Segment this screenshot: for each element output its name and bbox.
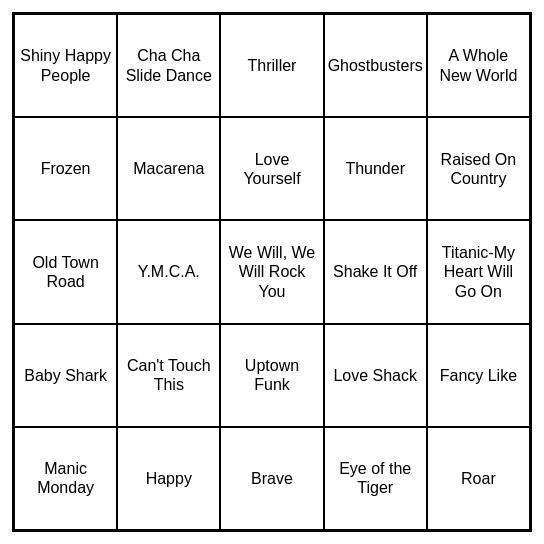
bingo-cell: Macarena (117, 117, 220, 220)
bingo-cell: Manic Monday (14, 427, 117, 530)
cell-text: Y.M.C.A. (138, 262, 200, 281)
cell-text: Love Shack (333, 366, 417, 385)
bingo-cell: Raised On Country (427, 117, 530, 220)
cell-text: Shiny Happy People (19, 46, 112, 84)
cell-text: Fancy Like (440, 366, 517, 385)
bingo-cell: Shiny Happy People (14, 14, 117, 117)
bingo-cell: We Will, We Will Rock You (220, 220, 323, 323)
bingo-cell: Brave (220, 427, 323, 530)
bingo-cell: Y.M.C.A. (117, 220, 220, 323)
cell-text: Love Yourself (225, 150, 318, 188)
cell-text: Ghostbusters (328, 56, 423, 75)
bingo-cell: Old Town Road (14, 220, 117, 323)
bingo-board: Shiny Happy PeopleCha Cha Slide DanceThr… (12, 12, 532, 532)
cell-text: Old Town Road (19, 253, 112, 291)
cell-text: Raised On Country (432, 150, 525, 188)
bingo-cell: Eye of the Tiger (324, 427, 427, 530)
cell-text: We Will, We Will Rock You (225, 243, 318, 301)
cell-text: Uptown Funk (225, 356, 318, 394)
cell-text: Manic Monday (19, 459, 112, 497)
cell-text: A Whole New World (432, 46, 525, 84)
bingo-cell: Can't Touch This (117, 324, 220, 427)
cell-text: Can't Touch This (122, 356, 215, 394)
cell-text: Macarena (133, 159, 204, 178)
bingo-cell: Fancy Like (427, 324, 530, 427)
bingo-cell: Roar (427, 427, 530, 530)
cell-text: Cha Cha Slide Dance (122, 46, 215, 84)
cell-text: Titanic-My Heart Will Go On (432, 243, 525, 301)
cell-text: Frozen (41, 159, 91, 178)
bingo-cell: Cha Cha Slide Dance (117, 14, 220, 117)
cell-text: Baby Shark (24, 366, 107, 385)
bingo-cell: Titanic-My Heart Will Go On (427, 220, 530, 323)
bingo-cell: Love Yourself (220, 117, 323, 220)
cell-text: Happy (146, 469, 192, 488)
bingo-cell: Thriller (220, 14, 323, 117)
bingo-cell: Love Shack (324, 324, 427, 427)
cell-text: Thunder (345, 159, 405, 178)
cell-text: Shake It Off (333, 262, 417, 281)
cell-text: Thriller (248, 56, 297, 75)
bingo-cell: Thunder (324, 117, 427, 220)
cell-text: Roar (461, 469, 496, 488)
bingo-cell: Frozen (14, 117, 117, 220)
bingo-cell: A Whole New World (427, 14, 530, 117)
cell-text: Brave (251, 469, 293, 488)
bingo-cell: Uptown Funk (220, 324, 323, 427)
cell-text: Eye of the Tiger (329, 459, 422, 497)
bingo-cell: Ghostbusters (324, 14, 427, 117)
bingo-cell: Shake It Off (324, 220, 427, 323)
bingo-cell: Happy (117, 427, 220, 530)
bingo-cell: Baby Shark (14, 324, 117, 427)
